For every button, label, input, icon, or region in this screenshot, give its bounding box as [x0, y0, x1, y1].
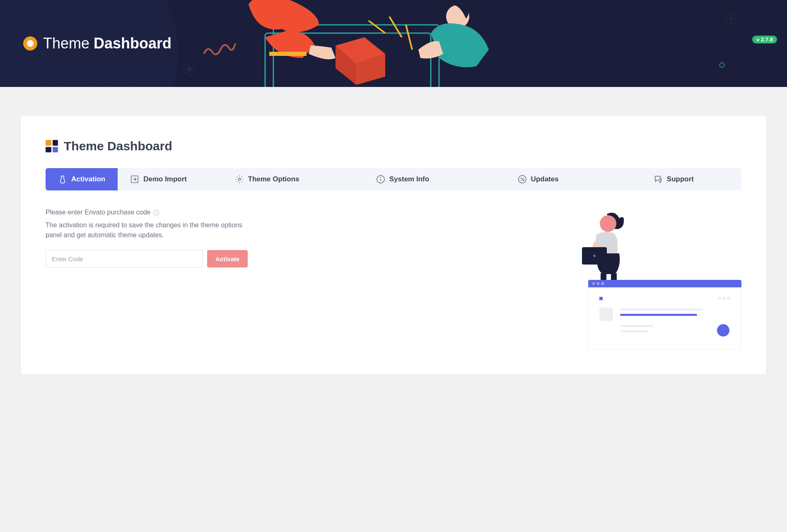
browser-mockup: [588, 280, 741, 349]
info-icon: [376, 175, 385, 184]
chat-icon: [654, 175, 663, 184]
svg-point-1: [729, 17, 733, 20]
tab-system-info[interactable]: System Info: [335, 168, 470, 190]
card-header: Theme Dashboard: [46, 139, 741, 153]
svg-point-14: [380, 177, 381, 178]
import-icon: [130, 175, 139, 184]
hero-logo: Theme Dashboard: [23, 35, 171, 52]
purchase-code-input[interactable]: [46, 250, 203, 267]
hero-banner: Theme Dashboard v 2.7.8: [0, 0, 787, 87]
hero-title: Theme Dashboard: [43, 35, 171, 52]
activation-prompt: Please enter Envato purchase code: [46, 209, 379, 216]
tab-demo-import[interactable]: Demo Import: [118, 168, 199, 190]
gear-icon: [235, 175, 244, 184]
tap-icon: [58, 175, 67, 184]
shuffle-icon: [518, 175, 527, 184]
activate-button[interactable]: Activate: [207, 250, 248, 267]
tab-theme-options[interactable]: Theme Options: [199, 168, 335, 190]
gear-icon: [182, 62, 196, 76]
tab-label: Support: [667, 175, 694, 183]
svg-point-11: [238, 178, 241, 181]
tab-label: Demo Import: [143, 175, 187, 183]
hero-title-bold: Dashboard: [94, 35, 171, 52]
tab-bar: Activation Demo Import Theme Options Sys…: [46, 168, 741, 190]
prompt-text: Please enter Envato purchase code: [46, 209, 151, 216]
gear-icon: [725, 12, 737, 25]
version-badge: v 2.7.8: [752, 36, 777, 43]
dashboard-card: Theme Dashboard Activation Demo Import T…: [21, 116, 766, 374]
tab-label: Activation: [71, 175, 105, 183]
hero-title-light: Theme: [43, 35, 89, 52]
hero-illustration: [224, 0, 514, 87]
svg-point-0: [188, 67, 191, 71]
tab-activation[interactable]: Activation: [46, 168, 118, 190]
svg-line-8: [389, 17, 402, 37]
activation-illustration: [404, 209, 741, 349]
svg-point-18: [156, 214, 157, 214]
tab-label: Theme Options: [248, 175, 299, 183]
tab-support[interactable]: Support: [606, 168, 741, 190]
svg-point-19: [600, 215, 616, 232]
card-title: Theme Dashboard: [64, 139, 172, 153]
svg-point-21: [593, 255, 596, 257]
card-logo-icon: [46, 140, 58, 152]
svg-line-9: [406, 25, 412, 50]
activation-panel: Please enter Envato purchase code The ac…: [46, 209, 741, 349]
logo-badge-icon: [23, 36, 37, 51]
ring-decoration: [719, 62, 725, 68]
activation-description: The activation is required to save the c…: [46, 220, 244, 240]
svg-line-7: [369, 21, 385, 33]
tab-label: System Info: [389, 175, 429, 183]
info-hint-icon[interactable]: [153, 209, 159, 216]
svg-rect-5: [269, 52, 307, 56]
tab-updates[interactable]: Updates: [471, 168, 606, 190]
tab-label: Updates: [531, 175, 559, 183]
